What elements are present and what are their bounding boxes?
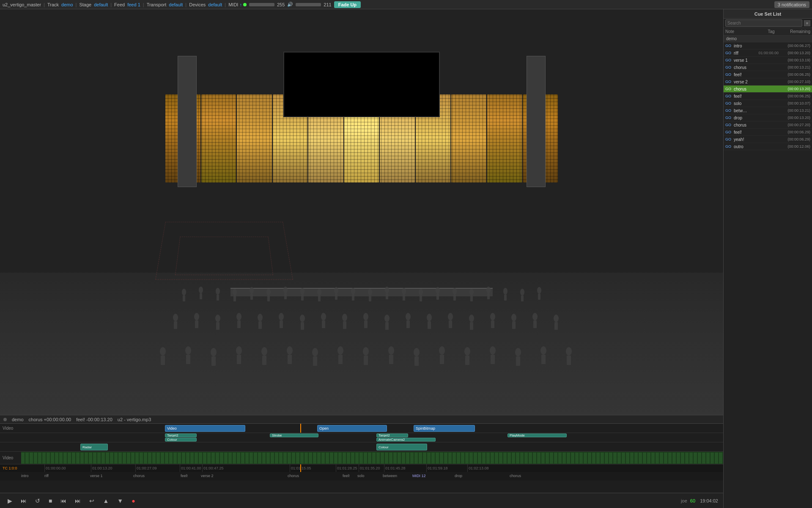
tc-mark-5: 01:00:47.25: [202, 464, 224, 472]
cue-item-2[interactable]: GOverse 1(00:00:13.19): [724, 57, 812, 64]
svg-rect-39: [504, 295, 507, 301]
cue-item-12[interactable]: GOfeel!(00:00:06.29): [724, 129, 812, 136]
svg-point-112: [540, 346, 546, 355]
svg-rect-17: [318, 295, 321, 301]
devices-value[interactable]: default: [208, 2, 222, 7]
cue-remaining-5: (00:00:27.10): [779, 80, 810, 84]
svg-rect-93: [288, 355, 292, 364]
cue-section-demo: demo: [724, 36, 812, 42]
clip-open[interactable]: Open: [317, 425, 387, 432]
svg-point-90: [261, 347, 267, 356]
track-content-fx1[interactable]: Target2 Colour Strobe Target2 AnimateCam…: [21, 433, 723, 442]
cue-go-12[interactable]: GO: [725, 130, 734, 134]
track-content-fx2[interactable]: Radar Colour: [21, 442, 723, 451]
cue-go-3[interactable]: GO: [725, 65, 734, 69]
cue-item-13[interactable]: GOyeah!(00:00:06.29): [724, 136, 812, 143]
cue-item-8[interactable]: GOsolo(00:00:10.07): [724, 100, 812, 107]
stop-button[interactable]: ■: [46, 496, 55, 506]
cue-item-11[interactable]: GOchorus(00:00:27.20): [724, 121, 812, 129]
stage-value[interactable]: default: [94, 2, 108, 7]
cue-go-4[interactable]: GO: [725, 72, 734, 77]
cue-panel: Cue Set List ≡ Note Tag Remaining demo G…: [723, 9, 812, 508]
viewport-area: demo chorus +00:00:00.00 feel! -00:00:13…: [0, 9, 723, 508]
clip-colour-2[interactable]: Colour: [376, 444, 427, 450]
track-value[interactable]: demo: [61, 2, 73, 7]
cue-up-button[interactable]: ▲: [100, 496, 111, 506]
cue-item-9[interactable]: GObetween 12(00:00:13.21): [724, 107, 812, 114]
svg-point-38: [503, 288, 508, 295]
cue-down-button[interactable]: ▼: [115, 496, 126, 506]
cue-name-6: chorus: [734, 87, 749, 91]
cue-item-4[interactable]: GOfeel!(00:00:06.25): [724, 71, 812, 78]
play-next-button[interactable]: ⏭: [18, 496, 29, 506]
back-button[interactable]: ⏮: [58, 496, 69, 506]
track-label-video2: Video: [0, 456, 21, 460]
cue-item-14[interactable]: GOoutro(00:00:12.06): [724, 143, 812, 150]
timeline-tracks[interactable]: Video Video Open SpinBitmap Target2 Colo…: [0, 424, 723, 493]
clip-playmode[interactable]: PlayMode: [508, 433, 567, 437]
tc-mark-2: 01:00:13.20: [91, 464, 112, 472]
svg-point-52: [258, 314, 263, 321]
clip-colour-1[interactable]: Colour: [165, 438, 197, 442]
svg-rect-53: [258, 321, 262, 329]
cue-go-14[interactable]: GO: [725, 144, 734, 149]
cue-list[interactable]: GOintro(00:00:06.27)GOriff01:00:00.00(00…: [724, 42, 812, 508]
forward-button[interactable]: ⏭: [72, 496, 83, 506]
cue-go-10[interactable]: GO: [725, 116, 734, 120]
cue-go-8[interactable]: GO: [725, 101, 734, 105]
cue-go-2[interactable]: GO: [725, 58, 734, 62]
cue-item-6[interactable]: GOchorus(00:00:13.20): [724, 86, 812, 93]
transport-fps: 60: [690, 498, 695, 503]
fade-up-button[interactable]: Fade Up: [334, 1, 361, 8]
svg-rect-55: [280, 320, 283, 328]
clip-video[interactable]: Video: [165, 425, 245, 432]
clip-target2-1[interactable]: Target2: [165, 433, 197, 437]
svg-point-46: [194, 313, 199, 320]
cue-item-10[interactable]: GOdrop(00:00:13.20): [724, 114, 812, 121]
status-cue: demo: [12, 417, 24, 422]
transport-time-info: joe 60 19:04:02: [681, 498, 718, 503]
brightness-value: 255: [277, 2, 285, 7]
svg-rect-87: [211, 356, 216, 366]
clip-radar[interactable]: Radar: [80, 444, 108, 450]
loop-button[interactable]: ↩: [87, 496, 97, 506]
feed-value[interactable]: feed 1: [127, 2, 140, 7]
top-bar: u2_vertigo_master | Track demo | Stage d…: [0, 0, 812, 9]
cue-name-11: chorus: [734, 123, 749, 127]
tc-mark-3: 01:00:27.09: [135, 464, 157, 472]
track-content-video2[interactable]: [21, 452, 723, 464]
cue-item-5[interactable]: GOverse 2(00:00:27.10): [724, 78, 812, 86]
track-content-video[interactable]: Video Open SpinBitmap: [21, 424, 723, 433]
crowd-area: [0, 267, 723, 394]
cue-go-5[interactable]: GO: [725, 80, 734, 84]
cue-go-11[interactable]: GO: [725, 123, 734, 127]
svg-rect-9: [250, 294, 253, 300]
rewind-button[interactable]: ↺: [33, 496, 43, 506]
cue-go-13[interactable]: GO: [725, 137, 734, 141]
cue-go-1[interactable]: GO: [725, 51, 734, 55]
cue-go-6[interactable]: GO: [725, 87, 734, 91]
volume-slider[interactable]: [296, 3, 321, 6]
cue-go-9[interactable]: GO: [725, 108, 734, 113]
cue-item-3[interactable]: GOchorus(00:00:13.21): [724, 64, 812, 71]
cue-item-7[interactable]: GOfeel!(00:00:06.25): [724, 93, 812, 100]
cue-search-input[interactable]: [725, 19, 802, 27]
cue-item-0[interactable]: GOintro(00:00:06.27): [724, 42, 812, 50]
notifications-button[interactable]: 3 notifications: [774, 1, 809, 8]
cue-go-0[interactable]: GO: [725, 44, 734, 48]
clip-strobe[interactable]: Strobe: [270, 433, 318, 437]
svg-rect-83: [161, 356, 165, 365]
transport-value[interactable]: default: [169, 2, 183, 7]
record-button[interactable]: ●: [129, 496, 137, 506]
cue-search-button[interactable]: ≡: [804, 20, 810, 26]
clip-target2-2[interactable]: Target2: [376, 433, 408, 437]
svg-point-78: [532, 313, 538, 320]
brightness-slider[interactable]: [249, 3, 274, 6]
play-button[interactable]: ▶: [5, 496, 15, 506]
track-row-fx2: Radar Colour: [0, 442, 723, 452]
clip-animcam[interactable]: AnimateCamera2: [376, 438, 436, 442]
cue-go-7[interactable]: GO: [725, 94, 734, 98]
cue-item-1[interactable]: GOriff01:00:00.00(00:00:13.20): [724, 50, 812, 57]
cue-search-area: ≡: [724, 19, 812, 28]
clip-spinbitmap[interactable]: SpinBitmap: [414, 425, 475, 432]
